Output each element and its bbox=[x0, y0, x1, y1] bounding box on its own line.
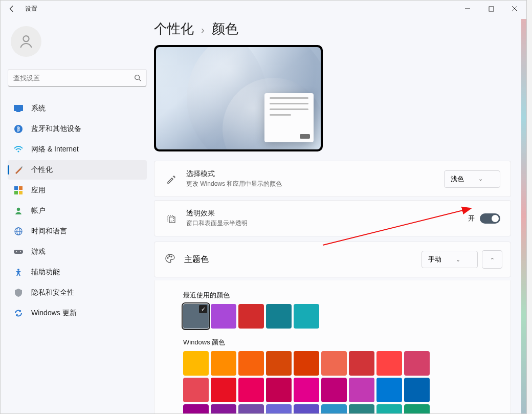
windows-color-swatch[interactable] bbox=[321, 351, 347, 376]
windows-color-swatch[interactable] bbox=[238, 378, 264, 402]
svg-point-19 bbox=[20, 251, 21, 252]
recent-colors-row bbox=[183, 304, 500, 329]
chevron-up-icon: ⌄ bbox=[490, 256, 495, 263]
nav-accounts[interactable]: 帐户 bbox=[8, 201, 147, 221]
nav-label: 游戏 bbox=[31, 247, 46, 256]
maximize-button[interactable] bbox=[479, 1, 503, 17]
nav-system[interactable]: 系统 bbox=[8, 99, 147, 118]
windows-color-swatch[interactable] bbox=[349, 351, 374, 376]
close-button[interactable] bbox=[503, 1, 526, 17]
transparency-icon bbox=[165, 213, 177, 224]
svg-rect-12 bbox=[19, 191, 23, 194]
brush-outline-icon bbox=[165, 174, 177, 184]
theme-select[interactable]: 手动 ⌄ bbox=[422, 251, 478, 268]
windows-color-swatch[interactable] bbox=[238, 351, 264, 376]
windows-color-swatch[interactable] bbox=[266, 404, 292, 413]
mode-select[interactable]: 浅色 ⌄ bbox=[444, 170, 500, 188]
collapse-button[interactable]: ⌄ bbox=[482, 250, 502, 269]
update-icon bbox=[13, 308, 24, 319]
breadcrumb-current: 颜色 bbox=[212, 20, 238, 38]
nav-time-language[interactable]: 时间和语言 bbox=[8, 222, 147, 241]
windows-color-swatch[interactable] bbox=[266, 378, 292, 402]
minimize-button[interactable] bbox=[456, 1, 479, 17]
theme-value: 手动 bbox=[428, 255, 441, 264]
svg-rect-11 bbox=[14, 191, 18, 194]
nav-apps[interactable]: 应用 bbox=[8, 181, 147, 200]
svg-point-25 bbox=[171, 256, 172, 257]
nav-gaming[interactable]: 游戏 bbox=[8, 242, 147, 262]
shield-icon bbox=[13, 287, 24, 298]
obscured-right-edge bbox=[521, 19, 526, 413]
svg-rect-22 bbox=[169, 217, 175, 223]
breadcrumb: 个性化 › 颜色 bbox=[154, 20, 511, 38]
recent-color-swatch[interactable] bbox=[211, 304, 236, 329]
nav-label: 应用 bbox=[31, 186, 46, 195]
svg-rect-10 bbox=[19, 186, 23, 190]
nav-label: 帐户 bbox=[31, 206, 46, 215]
transparency-card: 透明效果 窗口和表面显示半透明 开 bbox=[154, 200, 511, 236]
back-button[interactable] bbox=[6, 3, 18, 15]
svg-line-4 bbox=[139, 79, 141, 81]
search-box[interactable] bbox=[8, 69, 147, 86]
nav-label: 时间和语言 bbox=[31, 227, 67, 236]
recent-color-swatch[interactable] bbox=[294, 304, 319, 329]
recent-color-swatch[interactable] bbox=[238, 304, 264, 329]
windows-color-swatch[interactable] bbox=[321, 404, 347, 413]
theme-title: 主题色 bbox=[184, 254, 422, 265]
nav-network[interactable]: 网络 & Internet bbox=[8, 140, 147, 159]
transparency-toggle[interactable] bbox=[480, 213, 500, 224]
windows-color-swatch[interactable] bbox=[376, 404, 402, 413]
windows-color-swatch[interactable] bbox=[321, 378, 347, 402]
windows-color-swatch[interactable] bbox=[349, 404, 374, 413]
breadcrumb-parent[interactable]: 个性化 bbox=[154, 20, 194, 38]
nav-list: 系统 蓝牙和其他设备 网络 & Internet 个性化 应用 bbox=[8, 99, 147, 323]
windows-color-swatch[interactable] bbox=[211, 351, 236, 376]
svg-point-3 bbox=[135, 75, 140, 80]
windows-colors-grid bbox=[183, 351, 500, 413]
mode-title: 选择模式 bbox=[186, 169, 444, 179]
windows-color-swatch[interactable] bbox=[404, 351, 430, 376]
search-input[interactable] bbox=[13, 74, 134, 82]
nav-accessibility[interactable]: 辅助功能 bbox=[8, 263, 147, 282]
globe-icon bbox=[13, 226, 24, 237]
sidebar: 系统 蓝牙和其他设备 网络 & Internet 个性化 应用 bbox=[1, 17, 154, 413]
transparency-title: 透明效果 bbox=[186, 209, 468, 218]
main-content: 个性化 › 颜色 选择模式 更改 Wi bbox=[154, 17, 526, 413]
windows-color-swatch[interactable] bbox=[238, 404, 264, 413]
palette-icon bbox=[165, 253, 175, 266]
nav-label: Windows 更新 bbox=[31, 309, 77, 318]
windows-color-swatch[interactable] bbox=[376, 378, 402, 402]
nav-windows-update[interactable]: Windows 更新 bbox=[8, 303, 147, 323]
avatar[interactable] bbox=[11, 26, 41, 57]
recent-color-swatch[interactable] bbox=[183, 304, 209, 329]
windows-color-swatch[interactable] bbox=[404, 378, 430, 402]
windows-color-swatch[interactable] bbox=[404, 404, 430, 413]
system-icon bbox=[13, 103, 24, 114]
svg-point-18 bbox=[16, 251, 17, 252]
wifi-icon bbox=[13, 144, 24, 155]
app-title: 设置 bbox=[25, 5, 37, 13]
windows-color-swatch[interactable] bbox=[349, 378, 374, 402]
windows-color-swatch[interactable] bbox=[211, 404, 236, 413]
recent-color-swatch[interactable] bbox=[266, 304, 292, 329]
windows-color-swatch[interactable] bbox=[266, 351, 292, 376]
windows-color-swatch[interactable] bbox=[211, 378, 236, 402]
windows-color-swatch[interactable] bbox=[183, 404, 209, 413]
nav-label: 系统 bbox=[31, 104, 46, 113]
recent-colors-label: 最近使用的颜色 bbox=[183, 291, 500, 300]
nav-label: 辅助功能 bbox=[31, 268, 60, 277]
nav-bluetooth[interactable]: 蓝牙和其他设备 bbox=[8, 119, 147, 139]
svg-rect-6 bbox=[16, 111, 20, 112]
svg-rect-1 bbox=[489, 7, 494, 11]
apps-icon bbox=[13, 185, 24, 196]
nav-personalization[interactable]: 个性化 bbox=[8, 160, 147, 180]
nav-privacy[interactable]: 隐私和安全性 bbox=[8, 283, 147, 302]
windows-color-swatch[interactable] bbox=[294, 351, 319, 376]
windows-color-swatch[interactable] bbox=[183, 378, 209, 402]
svg-rect-17 bbox=[14, 250, 23, 254]
windows-color-swatch[interactable] bbox=[183, 351, 209, 376]
windows-color-swatch[interactable] bbox=[376, 351, 402, 376]
nav-label: 隐私和安全性 bbox=[31, 288, 74, 297]
windows-color-swatch[interactable] bbox=[294, 378, 319, 402]
windows-color-swatch[interactable] bbox=[294, 404, 319, 413]
